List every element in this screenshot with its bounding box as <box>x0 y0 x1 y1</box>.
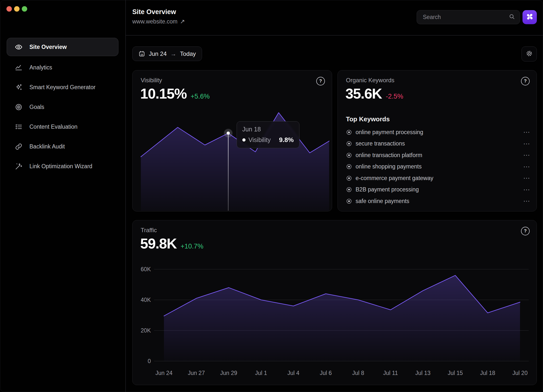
pinwheel-logo-icon <box>525 12 535 23</box>
keyword-more-button[interactable]: ⋯ <box>523 174 530 182</box>
sidebar-nav: Site Overview Analytics Smart Keyword Ge… <box>7 38 118 176</box>
chart-tooltip: Jun 18 Visibility 9.8% <box>237 121 299 148</box>
circle-dot-icon <box>346 186 352 193</box>
organic-keywords-delta: -2.5% <box>386 93 403 100</box>
series-dot-icon <box>242 138 246 142</box>
minimize-button[interactable] <box>14 6 20 12</box>
keyword-more-button[interactable]: ⋯ <box>523 163 530 171</box>
sidebar-item-content-evaluation[interactable]: Content Evaluation <box>7 117 118 137</box>
svg-text:Jul 6: Jul 6 <box>320 370 332 376</box>
sidebar-item-icon <box>14 43 23 51</box>
svg-text:0: 0 <box>148 358 151 364</box>
help-icon[interactable]: ? <box>316 77 325 85</box>
svg-text:Jul 13: Jul 13 <box>415 370 430 376</box>
circle-dot-icon <box>346 198 352 204</box>
keyword-label: safe online payments <box>356 198 409 205</box>
traffic-chart[interactable]: 60K40K20K0Jun 24Jun 27Jun 29Jul 1Jul 4Ju… <box>140 266 529 380</box>
traffic-card-title: Traffic <box>141 227 157 234</box>
sidebar-item-goals[interactable]: Goals <box>7 97 118 117</box>
search-icon <box>509 13 515 21</box>
keyword-row[interactable]: online transaction platform ⋯ <box>346 149 530 161</box>
keyword-label: B2B payment processing <box>356 186 419 193</box>
sidebar-item-icon <box>14 83 23 91</box>
tooltip-series-label: Visibility <box>249 136 271 144</box>
sidebar-item-label: Site Overview <box>29 44 67 50</box>
help-icon[interactable]: ? <box>521 77 530 85</box>
visibility-card-title: Visibility <box>141 77 162 84</box>
settings-button[interactable] <box>521 46 537 62</box>
keyword-row[interactable]: e-commerce payment gateway ⋯ <box>346 172 530 184</box>
organic-keywords-card: Organic Keywords ? 35.6K -2.5% Top Keywo… <box>338 70 537 211</box>
svg-text:12: 12 <box>140 53 143 56</box>
keyword-more-button[interactable]: ⋯ <box>523 197 530 205</box>
organic-keywords-value: 35.6K <box>345 85 382 102</box>
sidebar-item-label: Analytics <box>29 64 52 71</box>
sidebar-item-analytics[interactable]: Analytics <box>7 58 118 77</box>
sidebar-item-label: Backlink Audit <box>29 143 65 150</box>
sidebar-item-link-optimization-wizard[interactable]: Link Optimization Wizard <box>7 156 118 176</box>
svg-text:Jun 27: Jun 27 <box>188 370 205 376</box>
external-link-icon: ↗ <box>180 18 185 25</box>
date-range-end: Today <box>180 50 196 57</box>
date-range-picker[interactable]: 12 Jun 24 → Today <box>132 46 202 61</box>
sidebar-item-icon <box>14 142 23 151</box>
keyword-label: online shopping payments <box>356 163 422 170</box>
sidebar-item-icon <box>14 103 23 111</box>
site-url-link[interactable]: www.website.com ↗ <box>132 18 185 25</box>
keyword-label: online transaction platform <box>356 152 422 159</box>
sidebar-item-label: Goals <box>29 104 44 110</box>
sidebar: Site Overview Analytics Smart Keyword Ge… <box>0 0 125 392</box>
keyword-label: e-commerce payment gateway <box>356 175 433 182</box>
tooltip-value: 9.8% <box>279 136 294 144</box>
gear-icon <box>526 50 533 58</box>
keyword-more-button[interactable]: ⋯ <box>523 186 530 194</box>
sidebar-item-icon <box>14 63 23 72</box>
svg-text:Jun 29: Jun 29 <box>220 370 237 376</box>
window-controls <box>6 6 27 12</box>
main-content: Site Overview www.website.com ↗ 12 Jun 2… <box>126 0 543 392</box>
keyword-more-button[interactable]: ⋯ <box>523 140 530 148</box>
keyword-row[interactable]: B2B payment processing ⋯ <box>346 184 530 196</box>
sidebar-item-smart-keyword-generator[interactable]: Smart Keyword Generator <box>7 77 118 97</box>
arrow-right-icon: → <box>170 50 176 57</box>
traffic-value: 59.8K <box>140 235 177 252</box>
circle-dot-icon <box>346 175 352 181</box>
help-icon[interactable]: ? <box>521 227 530 235</box>
visibility-delta: +5.6% <box>191 93 210 100</box>
keyword-row[interactable]: secure transactions ⋯ <box>346 138 530 150</box>
sidebar-item-backlink-audit[interactable]: Backlink Audit <box>7 137 118 156</box>
svg-text:Jul 18: Jul 18 <box>480 370 495 376</box>
circle-dot-icon <box>346 152 352 158</box>
hover-point-marker <box>226 132 230 135</box>
close-button[interactable] <box>6 6 12 12</box>
search-box[interactable] <box>417 10 520 24</box>
traffic-card: Traffic ? 59.8K +10.7% 60K40K20K0Jun 24J… <box>132 220 537 385</box>
keyword-row[interactable]: safe online payments ⋯ <box>346 195 530 207</box>
keyword-list: online payment processing ⋯ secure trans… <box>346 126 530 207</box>
top-keywords-heading: Top Keywords <box>346 115 390 123</box>
keyword-more-button[interactable]: ⋯ <box>523 151 530 159</box>
app-logo-button[interactable] <box>522 10 537 24</box>
sidebar-item-site-overview[interactable]: Site Overview <box>7 38 118 56</box>
sidebar-item-label: Link Optimization Wizard <box>29 163 92 170</box>
site-url: www.website.com <box>132 18 178 25</box>
circle-dot-icon <box>346 164 352 170</box>
svg-text:60K: 60K <box>141 266 151 272</box>
keyword-row[interactable]: online payment processing ⋯ <box>346 126 530 138</box>
page-title: Site Overview <box>132 8 176 16</box>
svg-text:Jul 1: Jul 1 <box>255 370 267 376</box>
sidebar-item-label: Content Evaluation <box>29 124 77 130</box>
keyword-row[interactable]: online shopping payments ⋯ <box>346 161 530 173</box>
svg-text:20K: 20K <box>141 327 151 334</box>
header-divider <box>126 35 543 36</box>
hover-crosshair-line <box>228 135 228 211</box>
app-window: Site Overview Analytics Smart Keyword Ge… <box>0 0 543 392</box>
search-input[interactable] <box>422 14 509 21</box>
zoom-button[interactable] <box>22 6 27 12</box>
keyword-more-button[interactable]: ⋯ <box>523 128 530 136</box>
visibility-chart[interactable]: Jun 18 Visibility 9.8% <box>135 113 329 211</box>
circle-dot-icon <box>346 141 352 147</box>
organic-keywords-card-title: Organic Keywords <box>346 77 394 84</box>
keyword-label: online payment processing <box>356 129 423 136</box>
sidebar-item-icon <box>14 162 23 170</box>
